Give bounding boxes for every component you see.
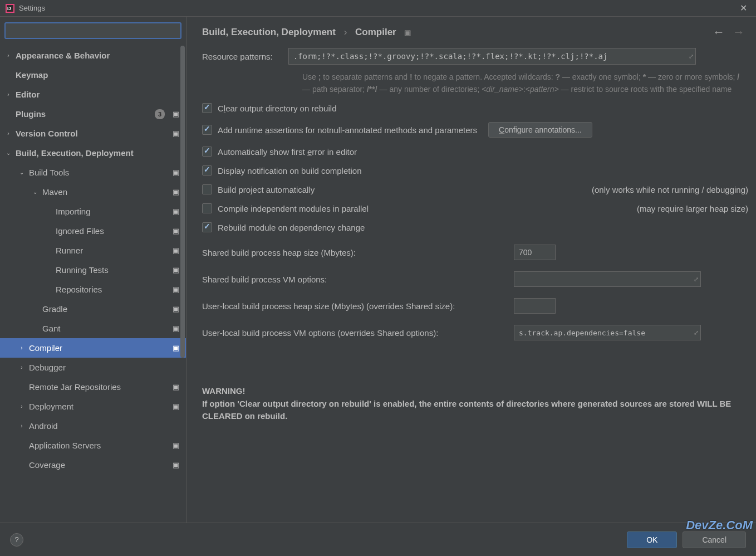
tree-item-label: Importing: [56, 207, 91, 216]
close-button[interactable]: ✕: [737, 3, 750, 13]
tree-item-label: Gradle: [42, 304, 67, 314]
nav-forward-icon[interactable]: →: [733, 25, 745, 40]
tree-item-label: Keymap: [16, 70, 48, 80]
breadcrumb-current: Compiler: [355, 27, 396, 37]
chevron-right-icon: ›: [18, 364, 26, 370]
tree-item-repositories[interactable]: Repositories▣: [0, 280, 186, 299]
rebuild-dep-label: Rebuild module on dependency change: [218, 223, 365, 232]
help-button[interactable]: ?: [10, 533, 23, 547]
warning-body: If option 'Clear output directory on reb…: [202, 398, 748, 423]
project-scope-icon: ▣: [173, 402, 179, 411]
tree-item-importing[interactable]: Importing▣: [0, 202, 186, 221]
shared-heap-input[interactable]: [514, 245, 556, 260]
tree-item-deployment[interactable]: ›Deployment▣: [0, 397, 186, 416]
build-auto-checkbox[interactable]: [202, 184, 212, 194]
project-scope-icon: ▣: [173, 324, 179, 333]
tree-item-label: Coverage: [29, 460, 65, 470]
tree-item-editor[interactable]: ›Editor: [0, 85, 186, 104]
chevron-down-icon: ⌄: [31, 189, 39, 195]
tree-item-label: Build Tools: [29, 168, 69, 177]
warning-block: WARNING! If option 'Clear output directo…: [202, 385, 748, 423]
tree-item-gradle[interactable]: Gradle▣: [0, 299, 186, 319]
tree-item-build-execution-deployment[interactable]: ⌄Build, Execution, Deployment: [0, 143, 186, 163]
nav-back-icon[interactable]: ←: [713, 25, 725, 40]
local-heap-input[interactable]: [514, 298, 556, 314]
tree-item-android[interactable]: ›Android: [0, 416, 186, 436]
build-auto-label: Build project automatically: [218, 185, 315, 194]
tree-item-compiler[interactable]: ›Compiler▣: [0, 338, 186, 358]
runtime-assertions-label: Add runtime assertions for notnull-annot…: [218, 125, 477, 135]
tree-item-maven[interactable]: ⌄Maven▣: [0, 182, 186, 202]
compile-parallel-note: (may require larger heap size): [637, 204, 748, 213]
shared-heap-label: Shared build process heap size (Mbytes):: [202, 248, 514, 257]
breadcrumb-sep-icon: ›: [344, 27, 347, 37]
local-vm-input[interactable]: [514, 325, 701, 340]
clear-output-checkbox[interactable]: [202, 103, 212, 113]
sidebar: 🔍▾ ›Appearance & BehaviorKeymap›EditorPl…: [0, 17, 186, 523]
tree-item-coverage[interactable]: Coverage▣: [0, 455, 186, 475]
tree-item-gant[interactable]: Gant▣: [0, 319, 186, 338]
project-scope-icon: ▣: [173, 110, 179, 118]
rebuild-dep-checkbox[interactable]: [202, 222, 212, 232]
chevron-right-icon: ›: [4, 91, 12, 97]
titlebar: IJ Settings ✕: [0, 0, 756, 17]
runtime-assertions-checkbox[interactable]: [202, 125, 212, 135]
resource-patterns-label: Resource patterns:: [202, 52, 273, 61]
project-scope-icon: ▣: [173, 129, 179, 138]
tree-item-label: Remote Jar Repositories: [29, 382, 121, 392]
tree-item-ignored-files[interactable]: Ignored Files▣: [0, 221, 186, 241]
configure-annotations-button[interactable]: Configure annotations...: [488, 122, 592, 138]
tree-item-remote-jar-repositories[interactable]: Remote Jar Repositories▣: [0, 377, 186, 397]
tree-item-label: Debugger: [29, 363, 66, 372]
shared-vm-input[interactable]: [514, 271, 701, 287]
tree-item-label: Runner: [56, 246, 83, 255]
project-scope-icon: ▣: [173, 441, 179, 450]
tree-item-label: Maven: [42, 187, 67, 197]
project-scope-icon: ▣: [173, 461, 179, 469]
tree-item-keymap[interactable]: Keymap: [0, 65, 186, 85]
project-scope-icon: ▣: [173, 266, 179, 274]
footer: ? OK Cancel: [0, 523, 756, 556]
chevron-down-icon: ⌄: [4, 150, 12, 156]
project-scope-icon: ▣: [173, 246, 179, 255]
tree-item-label: Editor: [16, 90, 40, 99]
tree-item-version-control[interactable]: ›Version Control▣: [0, 124, 186, 143]
compile-parallel-label: Compile independent modules in parallel: [218, 204, 369, 213]
tree-item-plugins[interactable]: Plugins3▣: [0, 104, 186, 124]
tree-item-running-tests[interactable]: Running Tests▣: [0, 260, 186, 280]
tree-item-label: Compiler: [29, 343, 62, 353]
breadcrumb: Build, Execution, Deployment › Compiler …: [202, 27, 411, 38]
ok-button[interactable]: OK: [627, 531, 677, 548]
chevron-right-icon: ›: [4, 52, 12, 58]
content-header: Build, Execution, Deployment › Compiler …: [186, 17, 756, 48]
project-scope-icon: ▣: [173, 285, 179, 294]
tree-item-runner[interactable]: Runner▣: [0, 241, 186, 260]
chevron-right-icon: ›: [4, 130, 12, 136]
project-scope-icon: ▣: [173, 227, 179, 235]
breadcrumb-parent[interactable]: Build, Execution, Deployment: [202, 27, 336, 37]
cancel-button[interactable]: Cancel: [683, 531, 746, 548]
local-vm-label: User-local build process VM options (ove…: [202, 328, 514, 338]
tree-item-label: Deployment: [29, 402, 73, 411]
search-input[interactable]: [4, 22, 181, 39]
show-first-error-checkbox[interactable]: [202, 147, 212, 157]
show-first-error-label: Automatically show first error in editor: [218, 147, 357, 157]
display-notification-checkbox[interactable]: [202, 165, 212, 175]
compile-parallel-checkbox[interactable]: [202, 203, 212, 213]
tree-item-build-tools[interactable]: ⌄Build Tools▣: [0, 163, 186, 182]
chevron-right-icon: ›: [18, 403, 26, 409]
tree-item-label: Ignored Files: [56, 226, 104, 236]
tree-item-application-servers[interactable]: Application Servers▣: [0, 436, 186, 455]
resource-patterns-input[interactable]: [288, 48, 696, 65]
tree-item-appearance-behavior[interactable]: ›Appearance & Behavior: [0, 46, 186, 65]
svg-text:IJ: IJ: [7, 6, 11, 11]
settings-tree: ›Appearance & BehaviorKeymap›EditorPlugi…: [0, 43, 186, 523]
resource-patterns-hint: Use ; to separate patterns and ! to nega…: [302, 71, 748, 95]
badge: 3: [155, 109, 165, 119]
tree-item-label: Running Tests: [56, 265, 109, 275]
sidebar-scrollbar[interactable]: [180, 46, 185, 363]
tree-item-label: Plugins: [16, 109, 46, 119]
tree-item-label: Version Control: [16, 129, 78, 138]
project-scope-icon: ▣: [173, 344, 179, 352]
tree-item-debugger[interactable]: ›Debugger: [0, 358, 186, 377]
